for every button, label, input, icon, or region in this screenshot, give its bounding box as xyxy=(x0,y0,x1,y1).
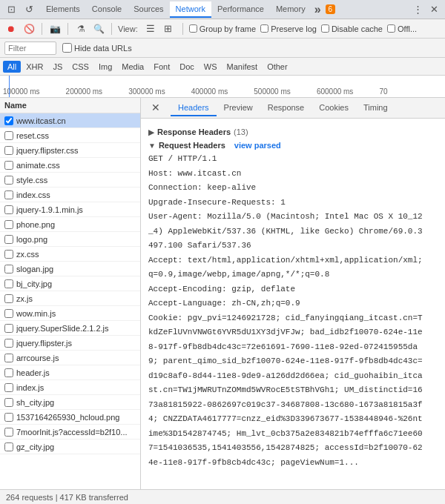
file-list-item[interactable]: slogan.jpg xyxy=(0,262,140,276)
file-checkbox[interactable] xyxy=(4,398,13,407)
detail-tab-headers[interactable]: Headers xyxy=(171,100,217,116)
file-list-item[interactable]: jquery.flipster.js xyxy=(0,336,140,351)
type-tab-all[interactable]: All xyxy=(3,61,21,73)
file-checkbox[interactable] xyxy=(4,442,13,451)
hide-data-urls-input[interactable] xyxy=(62,43,72,53)
file-checkbox[interactable] xyxy=(4,235,13,244)
request-headers-title: Request Headers xyxy=(159,141,225,150)
type-tab-other[interactable]: Other xyxy=(263,61,292,73)
file-checkbox[interactable] xyxy=(4,250,13,259)
file-checkbox[interactable] xyxy=(4,354,13,362)
file-list-item[interactable]: logo.png xyxy=(0,232,140,247)
clear-button[interactable]: 🚫 xyxy=(22,22,36,36)
file-list-item[interactable]: gz_city.jpg xyxy=(0,440,140,454)
file-checkbox[interactable] xyxy=(4,220,13,229)
type-tab-ws[interactable]: WS xyxy=(200,61,222,73)
type-tab-xhr[interactable]: XHR xyxy=(22,61,47,73)
search-button[interactable]: 🔍 xyxy=(92,22,105,36)
preserve-log-checkbox[interactable]: Preserve log xyxy=(260,24,317,33)
detail-tab-timing[interactable]: Timing xyxy=(356,100,395,116)
file-name: slogan.jpg xyxy=(16,265,136,273)
file-list-item[interactable]: arrcourse.js xyxy=(0,351,140,365)
type-tab-font[interactable]: Font xyxy=(149,61,174,73)
camera-button[interactable]: 📷 xyxy=(48,22,62,36)
type-tab-img[interactable]: Img xyxy=(94,61,116,73)
file-checkbox[interactable] xyxy=(4,324,13,333)
preserve-log-input[interactable] xyxy=(260,24,268,33)
devtools-icons: ⊡ ↺ xyxy=(3,1,37,18)
offline-checkbox[interactable]: Offl... xyxy=(387,24,417,33)
file-list-item[interactable]: bj_city.jpg xyxy=(0,276,140,291)
disable-cache-checkbox[interactable]: Disable cache xyxy=(321,24,383,33)
file-checkbox[interactable] xyxy=(4,428,13,437)
devtools-icon-1[interactable]: ⊡ xyxy=(3,1,19,18)
file-list-item[interactable]: jquery.SuperSlide.2.1.2.js xyxy=(0,321,140,336)
tab-console[interactable]: Console xyxy=(86,1,128,18)
group-by-frame-checkbox[interactable]: Group by frame xyxy=(189,24,256,33)
file-list-item[interactable]: phone.png xyxy=(0,217,140,232)
file-list-item[interactable]: www.itcast.cn xyxy=(0,113,140,128)
file-checkbox[interactable] xyxy=(4,383,13,392)
detail-tab-cookies[interactable]: Cookies xyxy=(312,100,356,116)
file-checkbox[interactable] xyxy=(4,116,13,125)
request-header-lines: GET / HTTP/1.1Host: www.itcast.cnConnect… xyxy=(148,153,438,468)
file-checkbox[interactable] xyxy=(4,279,13,288)
file-checkbox[interactable] xyxy=(4,190,13,199)
file-list-item[interactable]: animate.css xyxy=(0,158,140,173)
file-list-item[interactable]: reset.css xyxy=(0,128,140,143)
filter-input[interactable] xyxy=(4,42,56,55)
file-checkbox[interactable] xyxy=(4,368,13,377)
list-view-icon[interactable]: ☰ xyxy=(142,21,159,37)
record-button[interactable]: ⏺ xyxy=(4,22,18,36)
disable-cache-input[interactable] xyxy=(321,24,329,33)
view-parsed-link[interactable]: view parsed xyxy=(234,141,281,150)
request-header-line: q=0.9,image/webp,image/apng,*/*;q=0.8 xyxy=(148,268,438,281)
file-list-item[interactable]: jquery-1.9.1.min.js xyxy=(0,202,140,217)
file-checkbox[interactable] xyxy=(4,294,13,303)
filter-button[interactable]: ⚗ xyxy=(74,22,88,36)
file-checkbox[interactable] xyxy=(4,176,13,185)
file-list-item[interactable]: style.css xyxy=(0,173,140,188)
tab-sources[interactable]: Sources xyxy=(128,1,169,18)
file-list-item[interactable]: sh_city.jpg xyxy=(0,395,140,410)
detail-tab-preview[interactable]: Preview xyxy=(217,100,260,116)
more-tabs-button[interactable]: » xyxy=(312,3,324,16)
file-checkbox[interactable] xyxy=(4,413,13,422)
close-devtools-icon[interactable]: ✕ xyxy=(426,1,442,18)
file-list-item[interactable]: zx.js xyxy=(0,291,140,306)
file-checkbox[interactable] xyxy=(4,161,13,170)
hide-data-urls-checkbox[interactable]: Hide data URLs xyxy=(62,43,132,53)
file-checkbox[interactable] xyxy=(4,309,13,318)
type-tab-doc[interactable]: Doc xyxy=(175,61,199,73)
file-list-item[interactable]: index.css xyxy=(0,188,140,202)
file-list-item[interactable]: 7moorInit.js?accessId=b2f10... xyxy=(0,425,140,440)
tab-performance[interactable]: Performance xyxy=(211,1,270,18)
group-by-frame-input[interactable] xyxy=(189,24,197,33)
type-tab-media[interactable]: Media xyxy=(117,61,148,73)
type-tab-js[interactable]: JS xyxy=(48,61,67,73)
settings-icon[interactable]: ⋮ xyxy=(409,1,426,18)
offline-input[interactable] xyxy=(387,24,395,33)
file-checkbox[interactable] xyxy=(4,131,13,140)
file-checkbox[interactable] xyxy=(4,265,13,273)
tab-network[interactable]: Network xyxy=(170,1,211,18)
file-list-item[interactable]: wow.min.js xyxy=(0,306,140,321)
detail-close-btn[interactable]: ✕ xyxy=(144,99,168,118)
file-list-item[interactable]: header.js xyxy=(0,365,140,380)
file-list-item[interactable]: 1537164265930_hcloud.png xyxy=(0,410,140,425)
file-checkbox[interactable] xyxy=(4,146,13,155)
file-list-item[interactable]: jquery.flipster.css xyxy=(0,143,140,158)
file-list-item[interactable]: zx.css xyxy=(0,247,140,262)
detail-tab-response[interactable]: Response xyxy=(260,100,312,116)
file-checkbox[interactable] xyxy=(4,205,13,214)
tab-memory[interactable]: Memory xyxy=(270,1,312,18)
devtools-icon-2[interactable]: ↺ xyxy=(21,1,37,18)
type-tab-css[interactable]: CSS xyxy=(67,61,93,73)
request-headers-section[interactable]: ▼ Request Headers view parsed xyxy=(148,141,438,150)
grid-view-icon[interactable]: ⊞ xyxy=(160,21,177,37)
response-headers-section[interactable]: ▶ Response Headers (13) xyxy=(148,127,438,136)
type-tab-manifest[interactable]: Manifest xyxy=(222,61,263,73)
file-list-item[interactable]: index.js xyxy=(0,380,140,395)
tab-elements[interactable]: Elements xyxy=(40,1,86,18)
file-checkbox[interactable] xyxy=(4,339,13,348)
